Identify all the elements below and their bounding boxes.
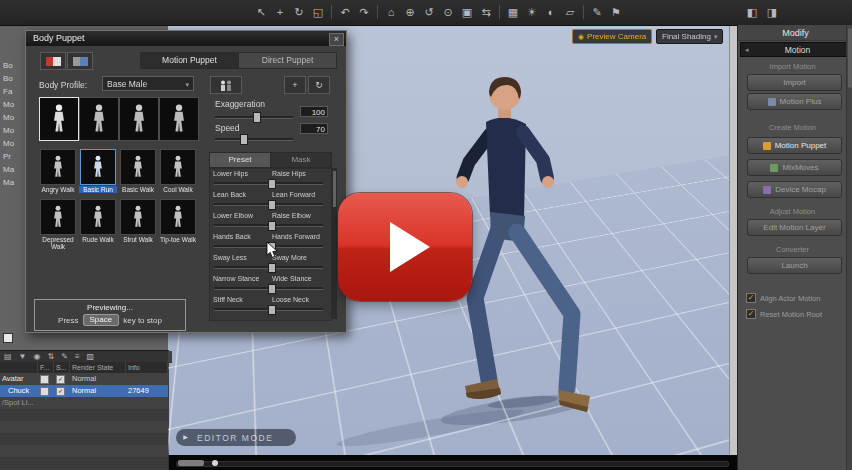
list-icon[interactable]: ▤ xyxy=(4,352,12,362)
add-preset-icon[interactable]: + xyxy=(284,76,306,94)
puppet-record-icon[interactable] xyxy=(67,52,93,70)
timeline-scroll-thumb[interactable] xyxy=(178,460,204,466)
timeline-scrollbar[interactable] xyxy=(176,461,729,467)
filter-icon[interactable]: ▼ xyxy=(19,352,27,362)
sort-icon[interactable]: ⇅ xyxy=(47,352,54,362)
avatar-thumbnail[interactable] xyxy=(159,97,199,141)
column-info[interactable]: Info xyxy=(126,362,168,373)
rotate-icon[interactable]: ↻ xyxy=(291,3,307,21)
tab-preset[interactable]: Preset xyxy=(209,152,271,168)
editor-mode-button[interactable]: ▶ EDITOR MODE xyxy=(176,429,296,446)
speed-slider[interactable] xyxy=(215,133,293,143)
show-checkbox[interactable]: ✓ xyxy=(56,375,65,384)
panel-right-icon[interactable]: ◨ xyxy=(764,3,780,21)
undo-icon[interactable]: ↶ xyxy=(337,3,353,21)
frame-view-icon[interactable]: ▣ xyxy=(459,3,475,21)
shadow-icon[interactable]: ◐ xyxy=(543,3,559,21)
freeze-checkbox[interactable] xyxy=(40,375,49,384)
profile-depressed-walk[interactable]: Depressed Walk xyxy=(39,199,77,250)
column-s[interactable]: S... xyxy=(54,362,70,373)
puppet-preview-icon[interactable] xyxy=(40,52,66,70)
import-button[interactable]: Import xyxy=(747,74,842,91)
slider-row-hips[interactable]: Lower HipsRaise Hips xyxy=(210,169,331,190)
slider-thumb[interactable] xyxy=(268,305,276,315)
column-render-state[interactable]: Render State xyxy=(70,362,126,373)
profile-rude-walk[interactable]: Rude Walk xyxy=(79,199,117,243)
flag-icon[interactable]: ⚑ xyxy=(608,3,624,21)
shading-mode-dropdown[interactable]: Final Shading ▾ xyxy=(656,29,723,44)
avatar-thumbnail[interactable] xyxy=(39,97,79,141)
reset-motion-root-checkbox[interactable]: ✓ Reset Motion Root xyxy=(746,309,822,319)
device-mocap-button[interactable]: Device Mocap xyxy=(747,181,842,198)
exaggeration-slider[interactable] xyxy=(215,111,293,121)
panel-checkbox[interactable] xyxy=(3,333,13,343)
eye-icon[interactable]: ◉ xyxy=(33,352,40,362)
zoom-icon[interactable]: ⊙ xyxy=(440,3,456,21)
viewport-splitter[interactable] xyxy=(729,25,737,455)
edit-motion-layer-button[interactable]: Edit Motion Layer xyxy=(747,219,842,236)
timeline-marker[interactable] xyxy=(212,460,218,466)
launch-button[interactable]: Launch xyxy=(747,257,842,274)
preview-camera-button[interactable]: ◉ Preview Camera xyxy=(572,29,652,44)
walk-mode-icon[interactable]: ⇆ xyxy=(478,3,494,21)
body-profile-select[interactable]: Base Male ▾ xyxy=(102,76,194,91)
avatar-thumbnail[interactable] xyxy=(119,97,159,141)
camera-home-icon[interactable]: ⌂ xyxy=(383,3,399,21)
slider-row-lean[interactable]: Lean BackLean Forward xyxy=(210,190,331,211)
orbit-icon[interactable]: ↺ xyxy=(421,3,437,21)
profile-angry-walk[interactable]: Angry Walk xyxy=(39,149,77,193)
edit-icon[interactable]: ✎ xyxy=(61,352,68,362)
prev-section-icon[interactable]: ◂ xyxy=(745,46,749,54)
profile-basic-walk[interactable]: Basic Walk xyxy=(119,149,157,193)
tab-motion-puppet[interactable]: Motion Puppet xyxy=(140,52,239,69)
panel-left-icon[interactable]: ◧ xyxy=(744,3,760,21)
column-f[interactable]: F... xyxy=(38,362,54,373)
tab-direct-puppet[interactable]: Direct Puppet xyxy=(238,52,337,69)
grid-small-icon[interactable]: ▨ xyxy=(87,352,95,362)
panel-scrollbar[interactable] xyxy=(846,25,852,470)
pan-icon[interactable]: ⊕ xyxy=(402,3,418,21)
grid-icon[interactable]: ▦ xyxy=(505,3,521,21)
snapshot-icon[interactable]: ▱ xyxy=(562,3,578,21)
reset-preset-icon[interactable]: ↻ xyxy=(308,76,330,94)
actor-pair-icon[interactable] xyxy=(210,76,242,94)
show-checkbox[interactable]: ✓ xyxy=(56,387,65,396)
slider-thumb[interactable] xyxy=(268,179,276,189)
slider-thumb[interactable] xyxy=(268,221,276,231)
mixmoves-button[interactable]: MixMoves xyxy=(747,159,842,176)
tab-mask[interactable]: Mask xyxy=(270,152,332,168)
freeze-checkbox[interactable] xyxy=(40,387,49,396)
profile-tiptoe-walk[interactable]: Tip-toe Walk xyxy=(159,199,197,243)
play-button[interactable] xyxy=(338,193,472,301)
move-icon[interactable]: + xyxy=(272,3,288,21)
redo-icon[interactable]: ↷ xyxy=(356,3,372,21)
select-icon[interactable]: ↖ xyxy=(253,3,269,21)
profile-strut-walk[interactable]: Strut Walk xyxy=(119,199,157,243)
table-row-avatar[interactable]: Avatar ✓ Normal xyxy=(0,373,168,385)
slider-row-stance[interactable]: Narrow StanceWide Stance xyxy=(210,274,331,295)
motion-puppet-button[interactable]: Motion Puppet xyxy=(747,137,842,154)
close-icon[interactable]: × xyxy=(329,33,344,46)
motion-plus-button[interactable]: Motion Plus xyxy=(747,93,842,110)
slider-thumb[interactable] xyxy=(268,263,276,273)
slider-thumb[interactable] xyxy=(268,200,276,210)
dialog-titlebar[interactable]: Body Puppet × xyxy=(26,31,346,46)
slider-row-elbow[interactable]: Lower ElbowRaise Elbow xyxy=(210,211,331,232)
table-row-spotlight[interactable]: /Spot Li... xyxy=(0,397,168,409)
slider-thumb[interactable] xyxy=(268,284,276,294)
menu-icon[interactable]: ≡ xyxy=(75,352,80,362)
profile-cool-walk[interactable]: Cool Walk xyxy=(159,149,197,193)
pencil-icon[interactable]: ✎ xyxy=(589,3,605,21)
table-row-chuck[interactable]: Chuck ✓ Normal 27649 xyxy=(0,385,168,397)
slider-list-scrollbar[interactable] xyxy=(332,168,337,319)
exaggeration-value[interactable]: 100 xyxy=(300,106,328,117)
profile-basic-run[interactable]: Basic Run xyxy=(79,149,117,193)
speed-value[interactable]: 70 xyxy=(300,123,328,134)
scale-icon[interactable]: ◱ xyxy=(310,3,326,21)
light-icon[interactable]: ☀ xyxy=(524,3,540,21)
avatar-thumbnail[interactable] xyxy=(79,97,119,141)
align-actor-motion-checkbox[interactable]: ✓ Align Actor Motion xyxy=(746,293,820,303)
edit-motion-layer-label: Edit Motion Layer xyxy=(763,223,825,232)
slider-row-neck[interactable]: Stiff NeckLoose Neck xyxy=(210,295,331,316)
motion-section-bar[interactable]: ◂ Motion ▸ xyxy=(740,42,852,57)
